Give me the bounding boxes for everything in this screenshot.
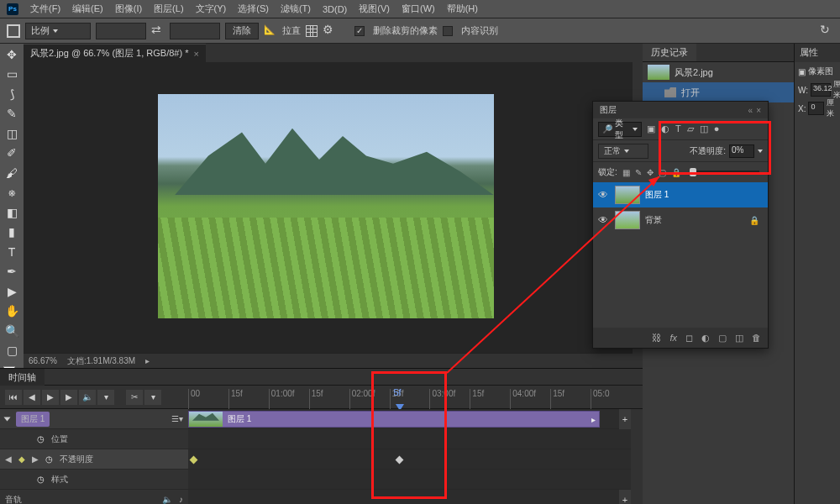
audio-icon[interactable]: 🔈 <box>162 495 172 504</box>
visibility-icon[interactable]: 👁 <box>598 189 610 201</box>
overlay-grid-icon[interactable] <box>306 25 318 37</box>
lock-artboard-icon[interactable]: ▢ <box>659 168 666 177</box>
timeline-ruler[interactable]: 00 15f 01:00f 15f 02:00f 15f 03:00f 15f … <box>188 386 631 409</box>
menu-window[interactable]: 窗口(W) <box>402 3 435 15</box>
menu-image[interactable]: 图像(I) <box>115 3 142 15</box>
delete-cropped-checkbox[interactable] <box>354 26 365 36</box>
marquee-tool-icon[interactable]: ▭ <box>3 67 21 82</box>
layer-item[interactable]: 👁 图层 1 <box>593 182 768 207</box>
layer-options-icon[interactable]: ☰▾ <box>171 414 183 423</box>
slider-knob-icon[interactable] <box>690 168 696 176</box>
crop-height-input[interactable] <box>170 23 220 39</box>
layer-style-icon[interactable]: fx <box>669 333 677 343</box>
canvas[interactable] <box>24 62 633 353</box>
layer-mask-icon[interactable]: ◻ <box>685 333 693 344</box>
filter-type-icon[interactable]: T <box>675 123 681 134</box>
menu-layer[interactable]: 图层(L) <box>154 3 183 15</box>
go-to-start-button[interactable]: ⏮ <box>5 390 22 405</box>
menu-3d[interactable]: 3D(D) <box>323 4 347 14</box>
brush-tool-icon[interactable]: 🖌 <box>3 165 21 181</box>
close-icon[interactable]: × <box>193 49 198 59</box>
filter-pixel-icon[interactable]: ▣ <box>647 123 655 134</box>
menu-file[interactable]: 文件(F) <box>30 3 60 15</box>
collapse-icon[interactable]: « <box>748 106 753 115</box>
crop-tool-icon[interactable]: ◫ <box>3 126 21 141</box>
width-value[interactable]: 36.12 <box>811 83 831 97</box>
split-clip-button[interactable]: ✂ <box>126 390 143 405</box>
content-aware-checkbox[interactable] <box>443 26 453 36</box>
timeline-settings-button[interactable]: ▾ <box>97 390 114 405</box>
zoom-percent[interactable]: 66.67% <box>29 356 57 365</box>
fill-slider[interactable] <box>690 171 759 174</box>
move-tool-icon[interactable]: ✥ <box>3 47 21 62</box>
mute-button[interactable]: 🔈 <box>79 390 96 405</box>
type-tool-icon[interactable]: T <box>3 244 21 260</box>
visibility-icon[interactable]: 👁 <box>598 214 610 226</box>
music-icon[interactable]: ♪ <box>179 495 183 504</box>
filter-shape-icon[interactable]: ▱ <box>687 123 694 134</box>
add-track-button[interactable]: + <box>619 409 631 429</box>
properties-tab[interactable]: 属性 <box>795 44 840 62</box>
eraser-tool-icon[interactable]: ◧ <box>3 205 21 220</box>
timeline-tab[interactable]: 时间轴 <box>0 369 45 386</box>
prev-frame-button[interactable]: ◀ <box>24 390 40 405</box>
layer-name[interactable]: 图层 1 <box>645 189 669 201</box>
close-icon[interactable]: × <box>756 106 761 115</box>
new-layer-icon[interactable]: ◫ <box>735 333 743 344</box>
x-value[interactable]: 0 <box>808 102 823 115</box>
timeline-layer-header[interactable]: 图层 1 ☰▾ <box>0 409 188 429</box>
crop-ratio-dropdown[interactable]: 比例 <box>25 23 91 39</box>
lock-position-icon[interactable]: ✎ <box>635 168 642 177</box>
crop-tool-icon[interactable] <box>7 24 20 38</box>
menu-view[interactable]: 视图(V) <box>359 3 390 15</box>
stopwatch-icon[interactable]: ◷ <box>45 454 53 464</box>
track-style[interactable]: ◷ 样式 <box>0 470 188 490</box>
menu-filter[interactable]: 滤镜(T) <box>281 3 311 15</box>
quick-select-tool-icon[interactable]: ✎ <box>3 107 21 122</box>
eyedropper-tool-icon[interactable]: ✐ <box>3 146 21 161</box>
layer-item[interactable]: 👁 背景 🔒 <box>593 207 768 233</box>
reset-icon[interactable] <box>820 24 833 38</box>
stamp-tool-icon[interactable]: ⎈ <box>3 186 21 201</box>
history-tab[interactable]: 历史记录 <box>643 44 696 61</box>
playhead[interactable]: 5f <box>388 387 407 397</box>
track-audio[interactable]: 音轨 🔈 ♪ <box>0 490 188 504</box>
layer-name[interactable]: 背景 <box>645 214 662 226</box>
stopwatch-icon[interactable]: ◷ <box>37 434 45 444</box>
play-button[interactable]: ▶ <box>42 390 59 405</box>
gradient-tool-icon[interactable]: ▮ <box>3 225 21 240</box>
menu-help[interactable]: 帮助(H) <box>447 3 478 15</box>
stopwatch-icon[interactable]: ◷ <box>37 475 45 484</box>
document-tab[interactable]: 风景2.jpg @ 66.7% (图层 1, RGB/8#) * × <box>24 44 206 62</box>
disclosure-triangle-icon[interactable] <box>4 417 11 421</box>
prev-key-icon[interactable]: ◀ <box>5 454 12 464</box>
zoom-tool-icon[interactable]: 🔍 <box>3 323 21 339</box>
lock-icon[interactable]: 🔒 <box>749 216 759 225</box>
track-opacity[interactable]: ◀ ◆ ▶ ◷ 不透明度 <box>0 449 188 470</box>
clear-button[interactable]: 清除 <box>225 23 259 39</box>
lasso-tool-icon[interactable]: ⟆ <box>3 87 21 102</box>
swap-icon[interactable] <box>151 24 165 38</box>
layer-filter-dropdown[interactable]: 🔎 类型 <box>598 122 642 137</box>
keyframe[interactable] <box>396 456 404 465</box>
crop-width-input[interactable] <box>96 23 146 39</box>
filter-toggle-icon[interactable]: ● <box>714 123 720 134</box>
delete-layer-icon[interactable]: 🗑 <box>752 333 761 343</box>
menu-select[interactable]: 选择(S) <box>238 3 269 15</box>
timeline-tracks[interactable]: 图层 1 ▸ + + <box>188 409 631 504</box>
frame-tool-icon[interactable]: ▢ <box>3 344 21 359</box>
lock-icon[interactable]: 🔒 <box>671 168 681 177</box>
key-diamond-icon[interactable]: ◆ <box>18 454 25 464</box>
chevron-right-icon[interactable]: ▸ <box>145 356 150 365</box>
layers-panel-header[interactable]: 图层 « × <box>593 102 768 118</box>
opacity-value[interactable]: 0% <box>729 144 754 158</box>
keyframe[interactable] <box>190 456 198 465</box>
hand-tool-icon[interactable]: ✋ <box>3 304 21 319</box>
group-icon[interactable]: ▢ <box>718 333 727 344</box>
lock-all-icon[interactable]: ✥ <box>647 168 654 177</box>
chevron-down-icon[interactable] <box>758 150 763 153</box>
transition-button[interactable]: ▾ <box>144 390 161 405</box>
next-key-icon[interactable]: ▶ <box>32 454 39 464</box>
menu-type[interactable]: 文字(Y) <box>196 3 227 15</box>
link-layers-icon[interactable]: ⛓ <box>652 333 661 343</box>
